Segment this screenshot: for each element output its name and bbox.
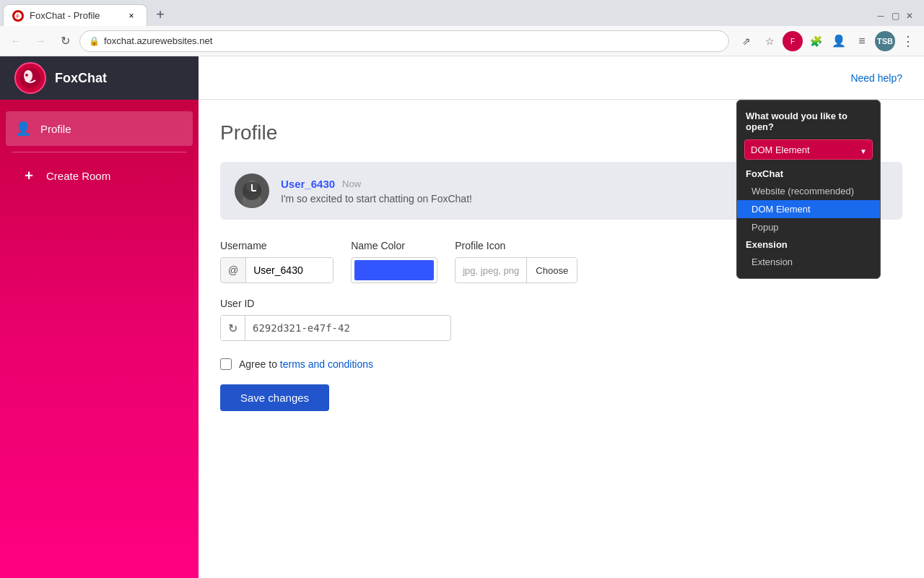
- window-maximize[interactable]: ▢: [889, 10, 901, 22]
- profile-icon-group: Profile Icon jpg, jpeg, png Choose: [455, 240, 578, 283]
- username-group: Username @: [220, 240, 334, 283]
- tab-title: FoxChat - Profile: [30, 10, 100, 21]
- preview-message: I'm so excited to start chatting on FoxC…: [281, 193, 472, 204]
- file-hint: jpg, jpeg, png: [456, 265, 526, 276]
- forward-button[interactable]: →: [30, 31, 51, 51]
- sidebar-header: FoxChat: [0, 56, 199, 100]
- color-swatch[interactable]: [354, 260, 434, 280]
- nav-right-icons: ⇗ ☆ F 🧩 👤 ≡ TSB ⋮: [736, 31, 918, 51]
- popup-select-wrapper: DOM Element ▼: [737, 139, 880, 165]
- refresh-button[interactable]: ↻: [55, 31, 75, 51]
- user-id-group: User ID ↻ 6292d321-e47f-42: [220, 298, 902, 341]
- lock-icon: 🔒: [89, 36, 100, 46]
- new-tab-button[interactable]: +: [150, 4, 170, 25]
- sidebar-divider: [12, 152, 187, 152]
- avatar-image: [235, 173, 269, 208]
- tab-close-button[interactable]: ×: [125, 9, 138, 22]
- profile-avatar: [235, 173, 269, 208]
- bookmark-icon[interactable]: ☆: [759, 31, 780, 51]
- svg-text:F: F: [790, 38, 795, 46]
- tab-bar: F FoxChat - Profile × + ─ ▢ ✕: [0, 0, 924, 26]
- foxchat-extension-icon[interactable]: F: [783, 31, 803, 51]
- agree-checkbox[interactable]: [220, 358, 232, 370]
- main-header: Need help?: [199, 56, 924, 100]
- profile-icon-label: Profile Icon: [455, 240, 578, 251]
- save-changes-button[interactable]: Save changes: [220, 384, 329, 411]
- open-dropdown-popup: What would you like to open? DOM Element…: [736, 100, 881, 279]
- browser-content: FoxChat 👤 Profile + Create Room: [0, 56, 924, 578]
- username-row: User_6430 Now: [281, 178, 472, 190]
- svg-text:F: F: [17, 13, 20, 20]
- app-name: FoxChat: [55, 71, 107, 86]
- sidebar-logo: [14, 62, 46, 94]
- create-room-icon: +: [20, 167, 38, 184]
- refresh-user-id-button[interactable]: ↻: [221, 316, 245, 340]
- popup-option-extension[interactable]: Extension: [737, 253, 880, 271]
- sidebar: FoxChat 👤 Profile + Create Room: [0, 56, 199, 578]
- terms-link[interactable]: terms and conditions: [280, 358, 373, 370]
- sidebar-profile-label: Profile: [40, 123, 71, 135]
- username-input[interactable]: [246, 258, 333, 282]
- popup-select[interactable]: DOM Element: [744, 139, 873, 160]
- user-avatar-button[interactable]: TSB: [875, 31, 895, 51]
- chrome-menu-button[interactable]: ⋮: [898, 31, 918, 51]
- need-help-link[interactable]: Need help?: [850, 72, 902, 84]
- window-close[interactable]: ✕: [904, 10, 915, 22]
- preview-timestamp: Now: [342, 178, 361, 189]
- back-button[interactable]: ←: [6, 31, 26, 51]
- popup-option-website[interactable]: Website (recommended): [737, 182, 880, 200]
- extensions-icon[interactable]: 🧩: [806, 31, 826, 51]
- address-bar[interactable]: 🔒 foxchat.azurewebsites.net: [79, 30, 729, 52]
- username-label: Username: [220, 240, 334, 251]
- nav-bar: ← → ↻ 🔒 foxchat.azurewebsites.net ⇗ ☆ F …: [0, 26, 924, 56]
- svg-point-5: [24, 70, 32, 82]
- profile-info: User_6430 Now I'm so excited to start ch…: [281, 178, 472, 204]
- name-color-label: Name Color: [351, 240, 437, 251]
- preview-username: User_6430: [281, 178, 335, 190]
- popup-option-popup[interactable]: Popup: [737, 218, 880, 236]
- window-minimize[interactable]: ─: [875, 10, 886, 22]
- at-prefix: @: [221, 258, 246, 282]
- browser-frame: F FoxChat - Profile × + ─ ▢ ✕ ← → ↻ 🔒 fo…: [0, 0, 924, 578]
- agree-label: Agree to terms and conditions: [239, 358, 373, 370]
- popup-category-extension: Exension: [737, 236, 880, 253]
- svg-point-6: [25, 74, 28, 77]
- agree-row: Agree to terms and conditions: [220, 358, 902, 370]
- color-input-wrapper[interactable]: [351, 257, 437, 283]
- profile-icon[interactable]: 👤: [829, 31, 849, 51]
- user-id-value: 6292d321-e47f-42: [245, 322, 357, 334]
- user-id-label: User ID: [220, 298, 902, 309]
- choose-file-button[interactable]: Choose: [526, 258, 577, 282]
- popup-category-foxchat: FoxChat: [737, 165, 880, 182]
- name-color-group: Name Color: [351, 240, 437, 283]
- sidebar-create-room-label: Create Room: [46, 170, 110, 182]
- popup-option-dom-item[interactable]: DOM Element: [737, 200, 880, 218]
- tab-favicon: F: [12, 10, 24, 22]
- cast-icon[interactable]: ⇗: [736, 31, 757, 51]
- active-tab[interactable]: F FoxChat - Profile ×: [3, 4, 147, 26]
- username-input-wrapper: @: [220, 257, 334, 283]
- profile-nav-icon: 👤: [14, 120, 32, 137]
- popup-title: What would you like to open?: [737, 108, 880, 139]
- address-text: foxchat.azurewebsites.net: [104, 35, 212, 46]
- user-id-input-wrapper: ↻ 6292d321-e47f-42: [220, 315, 451, 341]
- settings-icon[interactable]: ≡: [852, 31, 872, 51]
- profile-icon-input-wrapper: jpg, jpeg, png Choose: [455, 257, 578, 283]
- sidebar-nav: 👤 Profile + Create Room: [0, 100, 199, 204]
- sidebar-item-create-room[interactable]: + Create Room: [6, 158, 193, 193]
- sidebar-item-profile[interactable]: 👤 Profile: [6, 111, 193, 146]
